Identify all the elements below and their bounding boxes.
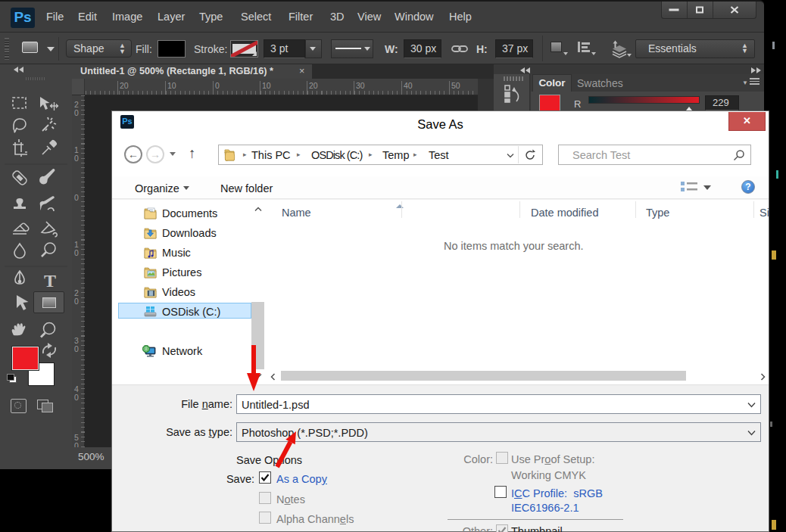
svg-text:T: T bbox=[44, 271, 56, 291]
